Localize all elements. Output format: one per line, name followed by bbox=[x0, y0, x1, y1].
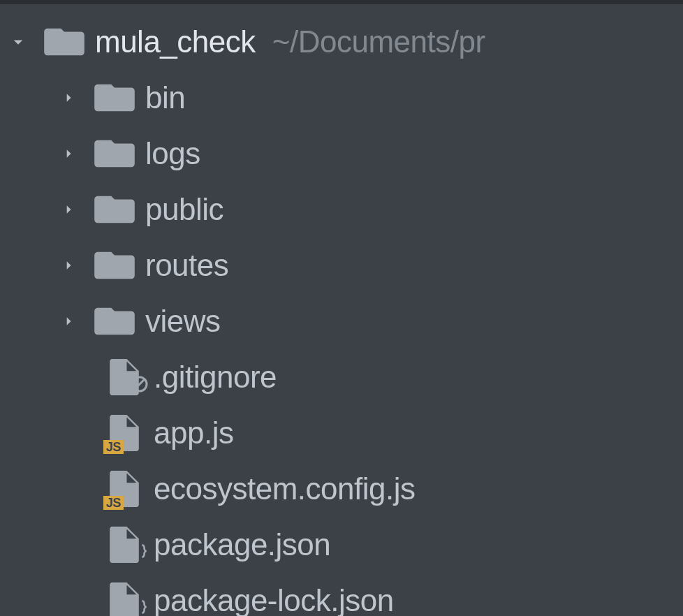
file-label: package.json bbox=[154, 527, 330, 562]
file-label: package-lock.json bbox=[154, 583, 394, 616]
file-js-icon: JS bbox=[105, 469, 144, 508]
file-json-icon bbox=[105, 525, 144, 564]
project-tree: mula_check ~/Documents/pr bin logs publi… bbox=[0, 0, 683, 616]
chevron-right-icon bbox=[56, 197, 81, 222]
chevron-right-icon bbox=[56, 85, 81, 110]
file-row-ecosystem[interactable]: JS ecosystem.config.js bbox=[0, 461, 683, 517]
project-root-label: mula_check bbox=[95, 24, 256, 59]
chevron-right-icon bbox=[56, 253, 81, 278]
folder-icon bbox=[94, 137, 135, 170]
file-ignore-icon bbox=[105, 358, 144, 397]
chevron-down-icon bbox=[6, 29, 31, 54]
svg-line-1 bbox=[135, 379, 145, 389]
folder-row-routes[interactable]: routes bbox=[0, 237, 683, 293]
file-label: ecosystem.config.js bbox=[154, 471, 415, 506]
file-row-gitignore[interactable]: .gitignore bbox=[0, 349, 683, 405]
folder-icon bbox=[94, 305, 135, 338]
file-row-packagelock[interactable]: package-lock.json bbox=[0, 573, 683, 616]
folder-row-bin[interactable]: bin bbox=[0, 70, 683, 126]
folder-row-views[interactable]: views bbox=[0, 293, 683, 349]
folder-label: public bbox=[145, 192, 223, 227]
folder-icon bbox=[43, 25, 85, 59]
file-js-icon: JS bbox=[105, 413, 144, 453]
folder-row-logs[interactable]: logs bbox=[0, 126, 683, 182]
folder-label: views bbox=[145, 304, 221, 339]
folder-icon bbox=[94, 249, 135, 282]
folder-icon bbox=[94, 81, 135, 115]
folder-icon bbox=[94, 193, 135, 226]
folder-row-public[interactable]: public bbox=[0, 182, 683, 237]
file-label: app.js bbox=[154, 416, 233, 450]
project-root-path: ~/Documents/pr bbox=[272, 24, 485, 59]
file-label: .gitignore bbox=[154, 360, 277, 395]
file-row-packagejson[interactable]: package.json bbox=[0, 517, 683, 573]
folder-label: bin bbox=[145, 80, 185, 115]
file-row-appjs[interactable]: JS app.js bbox=[0, 405, 683, 461]
project-root-row[interactable]: mula_check ~/Documents/pr bbox=[0, 14, 683, 70]
chevron-right-icon bbox=[56, 141, 81, 166]
chevron-right-icon bbox=[56, 309, 81, 334]
folder-label: routes bbox=[145, 248, 228, 283]
file-json-icon bbox=[105, 581, 144, 616]
folder-label: logs bbox=[145, 136, 200, 171]
